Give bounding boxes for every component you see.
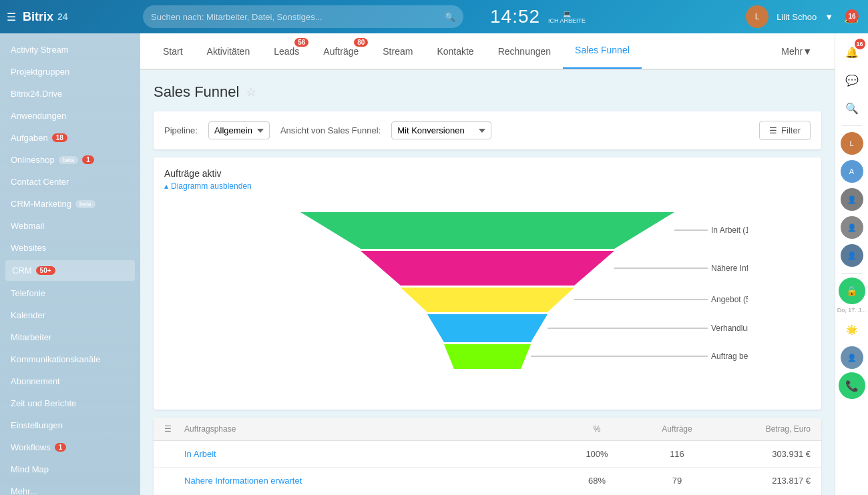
sidebar-item-crm[interactable]: CRM 50+ xyxy=(5,260,135,281)
phase-name-2[interactable]: Nähere Informationen erwartet xyxy=(184,476,557,486)
user-avatar[interactable]: L xyxy=(746,5,769,28)
tab-kontakte[interactable]: Kontakte xyxy=(425,33,485,69)
sidebar-item-label: Bitrix24.Drive xyxy=(11,89,62,99)
rp-lock-btn[interactable]: 🔒 xyxy=(839,278,865,304)
rp-chat-btn[interactable]: 💬 xyxy=(839,67,865,93)
sidebar-item-aufgaben[interactable]: Aufgaben 18 xyxy=(0,127,140,149)
sidebar-item-contact-center[interactable]: Contact Center xyxy=(0,171,140,193)
sidebar-item-mehr[interactable]: Mehr... xyxy=(0,480,140,495)
crm-badge: 50+ xyxy=(36,266,55,275)
sidebar-item-activity-stream[interactable]: Activity Stream xyxy=(0,39,140,61)
hide-chart-label: Diagramm ausblenden xyxy=(171,181,252,191)
sidebar-item-zeit[interactable]: Zeit und Berichte xyxy=(0,392,140,414)
filter-btn-label: Filter xyxy=(781,125,801,135)
sidebar-item-onlineshop[interactable]: Onlineshop beta 1 xyxy=(0,149,140,171)
sidebar-item-anwendungen[interactable]: Anwendungen xyxy=(0,105,140,127)
sidebar-item-mitarbeiter[interactable]: Mitarbeiter xyxy=(0,326,140,348)
sidebar-item-crm-marketing[interactable]: CRM-Marketing beta xyxy=(0,193,140,215)
funnel-label-1: In Arbeit (100%) xyxy=(711,225,748,235)
tab-start[interactable]: Start xyxy=(151,33,195,69)
rp-avatar-2[interactable]: A xyxy=(841,160,863,183)
sidebar-item-label: Websites xyxy=(11,243,46,253)
sidebar-item-workflows[interactable]: Workflows 1 xyxy=(0,436,140,458)
rp-avatar-4[interactable]: 👤 xyxy=(841,216,863,239)
leads-badge: 56 xyxy=(294,38,308,47)
search-bar[interactable]: 🔍 xyxy=(143,5,463,28)
rp-notification-badge: 16 xyxy=(855,39,865,49)
col-count: Aufträge xyxy=(637,424,717,434)
filter-button[interactable]: ☰ Filter xyxy=(759,121,811,140)
search-input[interactable] xyxy=(151,12,445,22)
sidebar-item-drive[interactable]: Bitrix24.Drive xyxy=(0,83,140,105)
crm-icon: 🌟 xyxy=(846,324,857,335)
nav-tabs: Start Aktivitäten Leads 56 Aufträge 80 S… xyxy=(140,33,835,70)
sidebar-item-mindmap[interactable]: Mind Map xyxy=(0,458,140,480)
sidebar-item-label: Onlineshop xyxy=(11,155,55,165)
tab-mehr[interactable]: Mehr ▼ xyxy=(769,33,824,69)
sidebar-item-label: Telefonie xyxy=(11,288,45,298)
percent-2: 68% xyxy=(557,476,637,486)
sidebar: Activity Stream Projektgruppen Bitrix24.… xyxy=(0,33,140,495)
tab-sales-funnel[interactable]: Sales Funnel xyxy=(563,33,642,69)
hide-chart-link[interactable]: ▴ Diagramm ausblenden xyxy=(164,181,811,191)
notifications-btn[interactable]: 🔔 16 xyxy=(841,7,861,27)
tab-aktivitaeten[interactable]: Aktivitäten xyxy=(195,33,262,69)
sidebar-item-label: Kalender xyxy=(11,310,45,320)
logo-b24: 24 xyxy=(57,11,68,22)
rp-date-label: Do, 17. J... xyxy=(836,306,868,315)
tab-stream[interactable]: Stream xyxy=(371,33,425,69)
funnel-chart: In Arbeit (100%) Nähere Informationen er… xyxy=(227,205,748,392)
sidebar-item-einstellungen[interactable]: Einstellungen xyxy=(0,414,140,436)
user-name[interactable]: Lilit Schoo xyxy=(777,12,817,22)
tab-label: Kontakte xyxy=(437,46,473,57)
sidebar-item-label: Mitarbeiter xyxy=(11,332,51,342)
sidebar-item-websites[interactable]: Websites xyxy=(0,237,140,259)
mehr-chevron-icon: ▼ xyxy=(803,46,812,57)
sidebar-item-label: CRM-Marketing xyxy=(11,199,71,209)
table-header: ☰ Auftragsphase % Aufträge Betrag, Euro xyxy=(154,418,821,441)
funnel-segment-2 xyxy=(361,251,614,286)
rp-phone-btn[interactable]: 📞 xyxy=(839,372,865,399)
sidebar-item-abonnement[interactable]: Abonnement xyxy=(0,370,140,392)
count-1: 116 xyxy=(637,449,717,459)
rp-search-btn[interactable]: 🔍 xyxy=(839,95,865,121)
rp-notifications-btn[interactable]: 🔔 16 xyxy=(839,39,865,65)
rp-avatar-5[interactable]: 👤 xyxy=(841,244,863,267)
view-select[interactable]: Mit Konversionen xyxy=(391,121,491,139)
sidebar-item-label: Activity Stream xyxy=(11,45,69,55)
phase-name-1[interactable]: In Arbeit xyxy=(184,449,557,459)
pipeline-label: Pipeline: xyxy=(164,125,198,135)
sidebar-item-label: Einstellungen xyxy=(11,420,63,430)
right-panel: 🔔 16 💬 🔍 L A 👤 👤 👤 🔒 Do, 17. J... 🌟 👤 📞 xyxy=(835,33,868,495)
user-dropdown-icon[interactable]: ▼ xyxy=(825,12,833,22)
work-status[interactable]: 💻 ICH ARBEITE xyxy=(548,10,586,24)
sidebar-item-label: Zeit und Berichte xyxy=(11,398,76,408)
clock-display: 14:52 xyxy=(490,6,540,27)
main-content: Start Aktivitäten Leads 56 Aufträge 80 S… xyxy=(140,33,835,495)
workflows-badge: 1 xyxy=(55,443,67,452)
sidebar-item-kalender[interactable]: Kalender xyxy=(0,304,140,326)
auftraege-badge: 80 xyxy=(354,38,368,47)
tab-rechnungen[interactable]: Rechnungen xyxy=(486,33,563,69)
hamburger-icon[interactable]: ☰ xyxy=(7,11,16,23)
crm-marketing-beta: beta xyxy=(75,200,95,208)
sidebar-item-label: Workflows xyxy=(11,442,51,452)
topbar-right: L Lilit Schoo ▼ 🔔 16 xyxy=(746,5,861,28)
notification-count: 16 xyxy=(845,9,859,23)
tab-auftraege[interactable]: Aufträge 80 xyxy=(311,33,371,69)
sidebar-item-projektgruppen[interactable]: Projektgruppen xyxy=(0,61,140,83)
sidebar-item-kommunikation[interactable]: Kommunikationskanäle xyxy=(0,348,140,370)
rp-avatar-6[interactable]: 👤 xyxy=(841,346,863,369)
sidebar-item-telefonie[interactable]: Telefonie xyxy=(0,282,140,304)
rp-avatar-1[interactable]: L xyxy=(841,132,863,155)
sidebar-item-label: Mehr... xyxy=(11,486,37,495)
rp-crm-btn[interactable]: 🌟 xyxy=(839,316,865,343)
tab-leads[interactable]: Leads 56 xyxy=(262,33,311,69)
sidebar-item-webmail[interactable]: Webmail xyxy=(0,215,140,237)
sidebar-item-label: Kommunikationskanäle xyxy=(11,354,100,364)
monitor-icon: 💻 xyxy=(563,10,571,17)
rp-avatar-3[interactable]: 👤 xyxy=(841,188,863,211)
pipeline-select[interactable]: Allgemein xyxy=(208,121,270,139)
search-icon[interactable]: 🔍 xyxy=(445,12,455,22)
favorite-icon[interactable]: ☆ xyxy=(246,85,256,99)
